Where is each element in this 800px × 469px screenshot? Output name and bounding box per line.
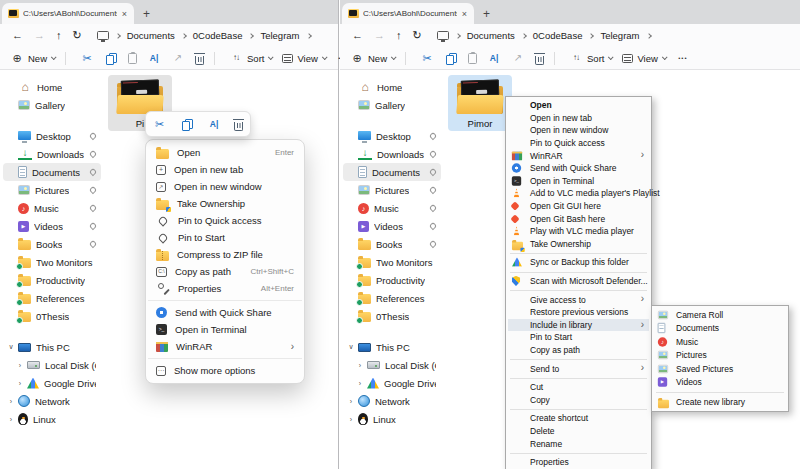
expander-chevron[interactable]: › — [7, 416, 15, 423]
toolbar-button[interactable] — [128, 53, 137, 64]
sidebar-item[interactable]: Downloads — [3, 145, 101, 163]
submenu-item[interactable]: Videos — [654, 376, 786, 390]
context-menu-item[interactable]: Open in Terminal — [508, 175, 649, 188]
sidebar-item[interactable]: Books — [3, 235, 101, 253]
context-menu-item[interactable]: Open Git GUI here — [508, 200, 649, 213]
sidebar-item[interactable]: › Google Drive (G:) — [3, 374, 101, 392]
expander-chevron[interactable]: › — [347, 398, 355, 405]
toolbar-button[interactable] — [676, 52, 690, 65]
sidebar-item[interactable]: Books — [343, 235, 441, 253]
toolbar-button[interactable]: Sort — [554, 52, 612, 65]
sidebar-item[interactable]: Two Monitors — [3, 253, 101, 271]
context-menu-item[interactable]: Rename — [508, 437, 649, 450]
context-menu-item[interactable]: WinRAR — [150, 338, 300, 355]
sidebar-item[interactable]: Desktop — [343, 127, 441, 145]
context-menu-item[interactable]: Copy as path — [508, 344, 649, 357]
nav-button-icon[interactable] — [413, 30, 422, 41]
chevron-right-icon[interactable] — [646, 33, 652, 39]
submenu-item[interactable]: Music — [654, 335, 786, 349]
context-menu-item[interactable]: Pin to Quick access — [508, 137, 649, 150]
context-menu-item[interactable]: Open in Terminal — [150, 321, 300, 338]
toolbar-button[interactable] — [104, 52, 118, 65]
toolbar-button[interactable] — [65, 52, 94, 65]
sidebar-item[interactable]: › Local Disk (C:) — [343, 356, 441, 374]
context-menu-item[interactable]: Pin to Start — [508, 331, 649, 344]
sidebar-item[interactable]: › Local Disk (C:) — [3, 356, 101, 374]
context-menu-item[interactable]: Copy as path Ctrl+Shift+C — [150, 263, 300, 280]
context-menu-item[interactable]: Include in library — [508, 319, 649, 332]
sidebar-item[interactable]: Two Monitors — [343, 253, 441, 271]
sidebar-item[interactable]: Videos — [3, 217, 101, 235]
context-menu-item[interactable]: Take Ownership — [508, 238, 649, 251]
expander-chevron[interactable]: › — [356, 362, 364, 369]
sidebar-item[interactable]: 0Thesis — [343, 307, 441, 325]
sidebar-item[interactable]: › Network — [3, 392, 101, 410]
sidebar-item[interactable]: Home — [343, 78, 441, 96]
context-menu-item[interactable]: Send with Quick Share — [508, 162, 649, 175]
expander-chevron[interactable]: › — [356, 380, 364, 387]
this-pc-icon[interactable] — [97, 31, 109, 40]
context-menu-item[interactable]: Properties Alt+Enter — [150, 280, 300, 297]
sidebar-item[interactable]: Gallery — [3, 96, 101, 114]
context-menu-item[interactable]: Open — [508, 99, 649, 112]
toolbar-button[interactable]: Sort — [214, 52, 272, 65]
expander-chevron[interactable]: ∨ — [7, 343, 15, 351]
context-menu-item[interactable]: Pin to Start — [150, 229, 300, 246]
sidebar-item[interactable]: › Linux — [343, 410, 441, 428]
context-menu-item[interactable]: Delete — [508, 425, 649, 438]
context-menu-item[interactable]: Compress to ZIP file — [150, 246, 300, 263]
tab-close-icon[interactable]: × — [461, 9, 468, 19]
submenu-item[interactable]: Pictures — [654, 349, 786, 363]
context-menu-item[interactable]: Open in new tab — [150, 161, 300, 178]
nav-button-icon[interactable] — [352, 30, 363, 41]
toolbar-button[interactable] — [405, 52, 434, 65]
expander-chevron[interactable]: › — [16, 380, 24, 387]
context-menu-item[interactable]: Take Ownership — [150, 195, 300, 212]
context-menu-item[interactable]: Open in new tab — [508, 112, 649, 125]
chevron-right-icon[interactable] — [306, 33, 312, 39]
quick-action-icon[interactable] — [153, 118, 167, 131]
explorer-tab[interactable]: C:\Users\ABohl\Documents\0C × — [342, 3, 474, 24]
toolbar-button[interactable]: View — [282, 53, 325, 64]
toolbar-button[interactable] — [535, 52, 544, 65]
context-menu-item[interactable]: Give access to — [508, 293, 649, 306]
breadcrumb-item[interactable]: Telegram — [249, 30, 299, 41]
sidebar-item[interactable]: References — [343, 289, 441, 307]
sidebar-item[interactable]: 0Thesis — [3, 307, 101, 325]
toolbar-button[interactable] — [487, 52, 501, 65]
sidebar-item[interactable]: › Google Drive (G:) — [343, 374, 441, 392]
sidebar-item[interactable]: Desktop — [3, 127, 101, 145]
new-tab-button[interactable]: + — [143, 7, 150, 24]
this-pc-icon[interactable] — [437, 31, 449, 40]
context-menu-item[interactable]: Pin to Quick access — [150, 212, 300, 229]
context-menu-item[interactable]: Open in new window — [508, 124, 649, 137]
submenu-item[interactable]: Camera Roll — [654, 308, 786, 322]
breadcrumb-item[interactable]: Telegram — [589, 30, 639, 41]
breadcrumb-item[interactable]: 0CodeBase — [182, 30, 243, 41]
toolbar-button[interactable] — [147, 52, 161, 65]
context-menu-item[interactable]: Scan with Microsoft Defender... — [508, 275, 649, 288]
toolbar-button[interactable]: New — [10, 52, 55, 65]
nav-button-icon[interactable] — [12, 30, 23, 41]
context-menu-item[interactable]: Open Git Bash here — [508, 212, 649, 225]
context-menu-item[interactable]: Send with Quick Share — [150, 304, 300, 321]
submenu-item[interactable]: Documents — [654, 322, 786, 336]
breadcrumb-item[interactable]: 0CodeBase — [522, 30, 583, 41]
quick-action-icon[interactable] — [207, 118, 221, 131]
breadcrumb-item[interactable]: Documents — [456, 30, 515, 41]
expander-chevron[interactable]: › — [16, 362, 24, 369]
sidebar-item[interactable]: ∨ This PC — [3, 338, 101, 356]
nav-button-icon[interactable] — [73, 30, 82, 41]
context-menu-item[interactable]: Play with VLC media player — [508, 225, 649, 238]
sidebar-item[interactable]: Home — [3, 78, 101, 96]
context-menu-item[interactable]: Restore previous versions — [508, 306, 649, 319]
expander-chevron[interactable]: › — [7, 398, 15, 405]
context-menu-item[interactable]: Cut — [508, 381, 649, 394]
folder-item[interactable]: Pimor — [448, 75, 512, 131]
toolbar-button[interactable]: View — [622, 53, 665, 64]
toolbar-button[interactable] — [195, 52, 204, 65]
nav-button-icon[interactable] — [396, 30, 402, 41]
sidebar-item[interactable]: Documents — [343, 163, 441, 181]
context-menu-item[interactable]: Copy — [508, 393, 649, 406]
toolbar-button[interactable] — [444, 52, 458, 65]
